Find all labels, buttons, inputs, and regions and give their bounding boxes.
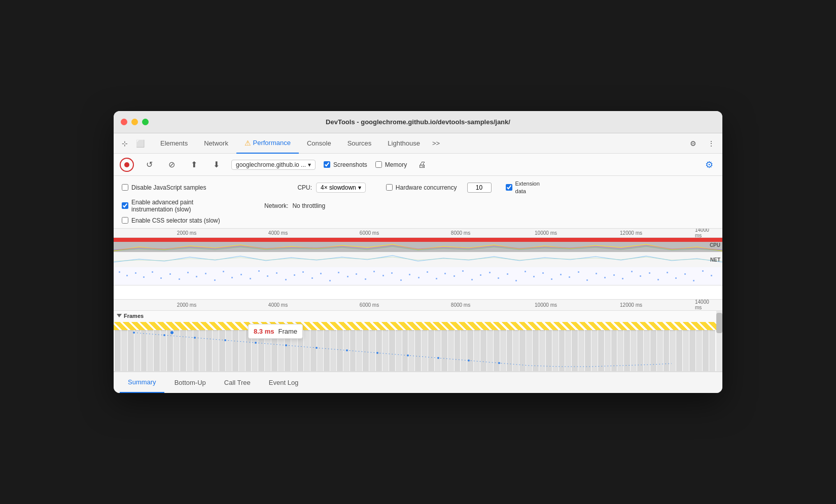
hardware-concurrency-toggle[interactable]: Hardware concurrency bbox=[386, 184, 457, 191]
svg-rect-39 bbox=[462, 270, 464, 272]
svg-rect-31 bbox=[391, 272, 393, 274]
extension-data-checkbox[interactable] bbox=[506, 184, 512, 191]
settings-row-1: Disable JavaScript samples CPU: 4× slowd… bbox=[122, 180, 714, 195]
svg-rect-4 bbox=[152, 271, 153, 273]
cpu-label: CPU: bbox=[297, 184, 312, 191]
tab-call-tree[interactable]: Call Tree bbox=[216, 372, 259, 393]
concurrency-input[interactable] bbox=[467, 183, 492, 193]
hardware-concurrency-checkbox[interactable] bbox=[386, 184, 393, 191]
timeline-main[interactable]: 2000 ms 4000 ms 6000 ms 8000 ms 10000 ms… bbox=[114, 300, 722, 372]
screenshots-toggle[interactable]: Screenshots bbox=[324, 161, 367, 168]
settings-row-3: Enable CSS selector stats (slow) bbox=[122, 217, 714, 224]
svg-rect-67 bbox=[711, 275, 712, 276]
svg-rect-66 bbox=[702, 270, 704, 272]
svg-rect-2 bbox=[135, 272, 136, 274]
tab-summary[interactable]: Summary bbox=[120, 372, 164, 393]
time-ruler-top: 2000 ms 4000 ms 6000 ms 8000 ms 10000 ms… bbox=[114, 229, 722, 238]
upload-button[interactable]: ⬆ bbox=[187, 158, 201, 172]
settings-icon[interactable]: ⚙ bbox=[686, 136, 700, 151]
memory-icon[interactable]: 🖨 bbox=[415, 158, 429, 172]
svg-rect-47 bbox=[533, 276, 535, 277]
close-button[interactable] bbox=[121, 119, 127, 125]
main-tick-8000: 8000 ms bbox=[451, 302, 470, 308]
tab-lighthouse[interactable]: Lighthouse bbox=[379, 133, 428, 154]
maximize-button[interactable] bbox=[142, 119, 149, 125]
svg-rect-25 bbox=[338, 272, 339, 273]
extension-data-label: Extensiondata bbox=[515, 180, 540, 195]
toolbar-right: ⚙ ⋮ bbox=[686, 136, 718, 151]
svg-rect-32 bbox=[400, 279, 402, 281]
svg-rect-62 bbox=[667, 272, 668, 273]
svg-rect-11 bbox=[214, 279, 216, 281]
minimize-button[interactable] bbox=[131, 119, 138, 125]
disable-js-samples-checkbox[interactable] bbox=[122, 184, 128, 191]
frame-columns bbox=[114, 330, 716, 371]
svg-rect-42 bbox=[489, 272, 491, 273]
enable-css-checkbox[interactable] bbox=[122, 217, 128, 224]
tab-performance[interactable]: ⚠ Performance bbox=[236, 133, 299, 154]
screenshots-checkbox[interactable] bbox=[324, 161, 330, 168]
svg-rect-52 bbox=[578, 271, 579, 273]
timeline-overview[interactable]: 2000 ms 4000 ms 6000 ms 8000 ms 10000 ms… bbox=[114, 229, 722, 300]
svg-rect-14 bbox=[240, 274, 242, 275]
collapse-icon[interactable] bbox=[117, 314, 122, 317]
record-button[interactable] bbox=[120, 158, 134, 172]
svg-rect-43 bbox=[498, 277, 499, 279]
time-ruler-main: 2000 ms 4000 ms 6000 ms 8000 ms 10000 ms… bbox=[114, 300, 722, 311]
tab-sources[interactable]: Sources bbox=[339, 133, 380, 154]
frames-track[interactable]: Frames 8.3 ms Frame bbox=[114, 311, 722, 372]
settings-blue-icon[interactable]: ⚙ bbox=[702, 158, 716, 172]
svg-rect-53 bbox=[586, 279, 588, 281]
enable-css-toggle[interactable]: Enable CSS selector stats (slow) bbox=[122, 217, 220, 224]
recording-bar: ↺ ⊘ ⬆ ⬇ googlechrome.github.io ... ▾ Scr… bbox=[114, 154, 722, 176]
svg-rect-64 bbox=[684, 273, 686, 275]
more-options-icon[interactable]: ⋮ bbox=[704, 136, 718, 151]
frames-yellow-bar bbox=[114, 322, 716, 330]
enable-paint-checkbox[interactable] bbox=[122, 202, 128, 209]
svg-rect-6 bbox=[169, 273, 171, 275]
tick-4000: 4000 ms bbox=[268, 230, 288, 236]
memory-checkbox[interactable] bbox=[375, 161, 382, 168]
extension-data-toggle[interactable]: Extensiondata bbox=[506, 180, 540, 195]
devtools-window: DevTools - googlechrome.github.io/devtoo… bbox=[114, 111, 722, 393]
window-title: DevTools - googlechrome.github.io/devtoo… bbox=[326, 118, 510, 126]
network-label: Network: bbox=[264, 202, 288, 209]
tab-console[interactable]: Console bbox=[299, 133, 339, 154]
device-toggle-icon[interactable]: ⬜ bbox=[133, 136, 147, 151]
svg-rect-10 bbox=[205, 273, 206, 274]
settings-row-2: Enable advanced paintinstrumentation (sl… bbox=[122, 199, 714, 213]
clear-button[interactable]: ⊘ bbox=[164, 158, 179, 172]
svg-rect-40 bbox=[471, 279, 473, 280]
tab-bottom-up[interactable]: Bottom-Up bbox=[166, 372, 214, 393]
disable-js-samples-toggle[interactable]: Disable JavaScript samples bbox=[122, 184, 206, 191]
svg-rect-65 bbox=[693, 280, 694, 281]
svg-rect-23 bbox=[320, 273, 322, 274]
svg-rect-50 bbox=[560, 274, 562, 275]
reload-record-button[interactable]: ↺ bbox=[142, 158, 156, 172]
net-track[interactable]: NET bbox=[114, 252, 722, 267]
tooltip-label: Frame bbox=[278, 328, 297, 335]
svg-rect-5 bbox=[160, 277, 162, 279]
screenshots-track[interactable] bbox=[114, 267, 722, 285]
more-tabs-button[interactable]: >> bbox=[428, 133, 444, 154]
cpu-throttle-dropdown[interactable]: 4× slowdown ▾ bbox=[316, 183, 366, 193]
cpu-track[interactable]: CPU bbox=[114, 238, 722, 252]
scrollbar-thumb[interactable] bbox=[716, 313, 722, 333]
svg-rect-7 bbox=[179, 278, 180, 280]
memory-toggle[interactable]: Memory bbox=[375, 161, 407, 168]
vertical-scrollbar[interactable] bbox=[716, 311, 722, 371]
tab-elements[interactable]: Elements bbox=[152, 133, 196, 154]
chevron-down-icon: ▾ bbox=[308, 161, 311, 168]
tab-network[interactable]: Network bbox=[196, 133, 236, 154]
inspector-icon[interactable]: ⊹ bbox=[118, 136, 132, 151]
tick-10000: 10000 ms bbox=[535, 230, 557, 236]
svg-rect-45 bbox=[515, 280, 517, 281]
tick-8000: 8000 ms bbox=[451, 230, 470, 236]
download-button[interactable]: ⬇ bbox=[209, 158, 223, 172]
svg-rect-35 bbox=[427, 271, 428, 273]
tab-event-log[interactable]: Event Log bbox=[261, 372, 307, 393]
svg-rect-17 bbox=[267, 275, 268, 277]
main-tick-4000: 4000 ms bbox=[268, 302, 288, 308]
enable-paint-toggle[interactable]: Enable advanced paintinstrumentation (sl… bbox=[122, 199, 193, 213]
url-selector[interactable]: googlechrome.github.io ... ▾ bbox=[231, 160, 316, 170]
